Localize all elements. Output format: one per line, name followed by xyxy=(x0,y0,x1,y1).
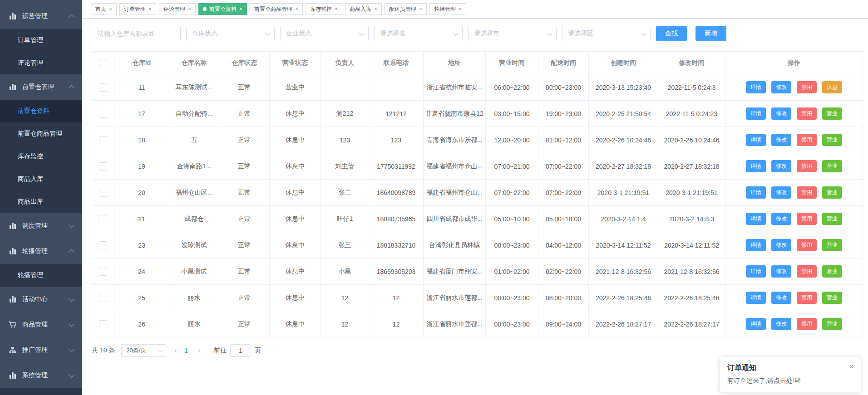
sidebar-subitem[interactable]: 商品出库 xyxy=(0,190,82,213)
close-icon[interactable]: × xyxy=(419,6,422,12)
close-icon[interactable]: × xyxy=(188,6,191,12)
tab[interactable]: 订单管理× xyxy=(119,3,156,15)
row-checkbox[interactable] xyxy=(99,241,107,249)
sidebar-subitem[interactable]: 订单管理 xyxy=(0,29,82,52)
close-icon[interactable]: × xyxy=(849,363,853,371)
disable-button[interactable]: 禁用 xyxy=(797,107,817,120)
close-icon[interactable]: × xyxy=(374,6,377,12)
detail-button[interactable]: 详情 xyxy=(746,107,766,120)
sidebar-item[interactable]: 运营管理 xyxy=(0,4,82,29)
toggle-business-button[interactable]: 营业 xyxy=(822,107,842,120)
edit-button[interactable]: 修改 xyxy=(771,318,791,330)
filter-select[interactable]: 仓库状态 xyxy=(186,26,275,41)
row-checkbox[interactable] xyxy=(99,268,107,276)
row-checkbox[interactable] xyxy=(99,215,107,223)
row-checkbox[interactable] xyxy=(99,162,107,171)
toggle-business-button[interactable]: 营业 xyxy=(822,292,842,304)
disable-button[interactable]: 禁用 xyxy=(797,213,817,225)
disable-button[interactable]: 禁用 xyxy=(797,239,817,251)
sidebar-item[interactable]: 系统管理 xyxy=(0,363,82,388)
detail-button[interactable]: 详情 xyxy=(746,186,766,199)
sidebar-item[interactable]: 活动中心 xyxy=(0,287,82,312)
toggle-business-button[interactable]: 营业 xyxy=(822,134,842,146)
row-checkbox[interactable] xyxy=(99,294,107,302)
tab[interactable]: 库存监控× xyxy=(306,3,342,15)
sidebar-item[interactable]: 轮播管理 xyxy=(0,239,82,264)
page-size-select[interactable]: 20条/页 xyxy=(121,344,166,357)
sidebar-subitem[interactable]: 库存监控 xyxy=(0,145,82,168)
close-icon[interactable]: × xyxy=(109,6,112,12)
row-checkbox[interactable] xyxy=(99,110,107,118)
row-checkbox[interactable] xyxy=(99,320,107,328)
sidebar-subitem[interactable]: 轮播管理 xyxy=(0,264,82,287)
detail-button[interactable]: 详情 xyxy=(746,318,766,330)
close-icon[interactable]: × xyxy=(239,6,242,12)
edit-button[interactable]: 修改 xyxy=(771,213,791,225)
detail-button[interactable]: 详情 xyxy=(746,239,766,251)
row-checkbox[interactable] xyxy=(99,189,107,197)
close-icon[interactable]: × xyxy=(148,6,152,12)
edit-button[interactable]: 修改 xyxy=(771,81,791,93)
toggle-business-button[interactable]: 营业 xyxy=(822,160,842,172)
current-page[interactable]: 1 xyxy=(182,347,190,354)
edit-button[interactable]: 修改 xyxy=(771,134,791,146)
goto-page-input[interactable] xyxy=(230,344,251,357)
sidebar-subitem[interactable]: 商品入库 xyxy=(0,168,82,190)
sidebar-item[interactable]: 前置仓管理 xyxy=(0,74,82,100)
prev-page-button[interactable]: ‹ xyxy=(169,346,182,355)
edit-button[interactable]: 修改 xyxy=(771,107,791,120)
row-checkbox[interactable] xyxy=(99,136,107,144)
toggle-business-button[interactable]: 营业 xyxy=(822,265,842,278)
toggle-business-button[interactable]: 营业 xyxy=(822,239,842,251)
add-button[interactable]: 新增 xyxy=(695,26,726,41)
disable-button[interactable]: 禁用 xyxy=(797,318,817,330)
edit-button[interactable]: 修改 xyxy=(771,186,791,199)
filter-select[interactable]: 请选择市 xyxy=(468,26,557,41)
toggle-business-button[interactable]: 休息 xyxy=(822,81,842,93)
next-page-button[interactable]: › xyxy=(192,346,205,355)
detail-button[interactable]: 详情 xyxy=(746,160,766,172)
detail-button[interactable]: 详情 xyxy=(746,213,766,225)
tab[interactable]: 首页× xyxy=(91,3,117,15)
search-button[interactable]: 查找 xyxy=(656,26,687,41)
close-icon[interactable]: × xyxy=(335,6,338,12)
disable-button[interactable]: 禁用 xyxy=(797,160,817,172)
sidebar-item[interactable]: 推广管理 xyxy=(0,337,82,363)
detail-button[interactable]: 详情 xyxy=(746,265,766,278)
tab[interactable]: 前置仓资料× xyxy=(198,3,247,15)
toggle-business-button[interactable]: 营业 xyxy=(822,213,842,225)
sidebar-item[interactable]: 商品管理 xyxy=(0,312,82,337)
disable-button[interactable]: 禁用 xyxy=(797,292,817,304)
sidebar-subitem[interactable]: 前置仓资料 xyxy=(0,100,82,122)
filter-select[interactable]: 请选择省 xyxy=(374,26,463,41)
filter-select[interactable]: 请选择区 xyxy=(562,26,651,41)
edit-button[interactable]: 修改 xyxy=(771,160,791,172)
toggle-business-button[interactable]: 营业 xyxy=(822,186,842,199)
close-icon[interactable]: × xyxy=(295,6,298,12)
disable-button[interactable]: 禁用 xyxy=(797,186,817,199)
toggle-business-button[interactable]: 营业 xyxy=(822,318,842,330)
edit-button[interactable]: 修改 xyxy=(771,239,791,251)
detail-button[interactable]: 详情 xyxy=(746,134,766,146)
tab[interactable]: 轮播管理× xyxy=(429,3,466,15)
tab[interactable]: 前置仓商品管理× xyxy=(250,3,303,15)
detail-button[interactable]: 详情 xyxy=(746,81,766,93)
sidebar-subitem[interactable]: 评论管理 xyxy=(0,52,82,74)
disable-button[interactable]: 禁用 xyxy=(797,265,817,278)
filter-select[interactable]: 营业状态 xyxy=(280,26,369,41)
search-input[interactable] xyxy=(92,26,181,41)
tab[interactable]: 商品入库× xyxy=(345,3,382,15)
edit-button[interactable]: 修改 xyxy=(771,292,791,304)
sidebar-subitem[interactable]: 前置仓商品管理 xyxy=(0,122,82,145)
select-all-checkbox[interactable] xyxy=(99,59,107,67)
row-checkbox[interactable] xyxy=(99,83,107,92)
disable-button[interactable]: 禁用 xyxy=(797,81,817,93)
disable-button[interactable]: 禁用 xyxy=(797,134,817,146)
sidebar-item[interactable]: 调度管理 xyxy=(0,213,82,239)
edit-button[interactable]: 修改 xyxy=(771,265,791,278)
chevron-down-icon xyxy=(641,30,646,36)
close-icon[interactable]: × xyxy=(459,6,462,12)
tab[interactable]: 评论管理× xyxy=(159,3,196,15)
detail-button[interactable]: 详情 xyxy=(746,292,766,304)
tab[interactable]: 配送员管理× xyxy=(385,3,427,15)
